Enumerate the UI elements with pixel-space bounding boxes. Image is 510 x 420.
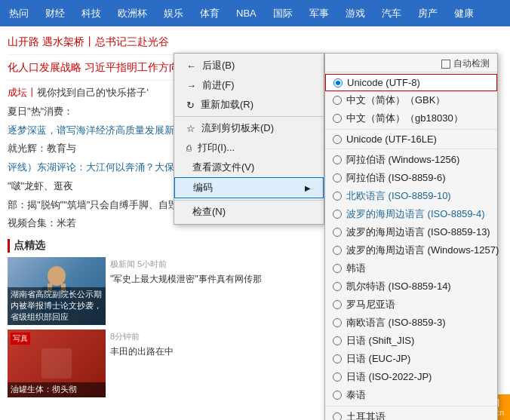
- nav-item-re[interactable]: 热问: [6, 5, 32, 22]
- headline-1[interactable]: 山开路 遇水架桥丨总书记三赴光谷: [8, 32, 502, 55]
- enc-celtic-label: 凯尔特语 (ISO-8859-14): [346, 280, 451, 293]
- radio-shift-jis: [333, 336, 342, 345]
- back-icon: ←: [186, 60, 196, 72]
- enc-turkish-label: 土耳其语: [346, 410, 386, 420]
- radio-baltic3: [333, 246, 342, 255]
- radio-romanian: [333, 300, 342, 309]
- ctx-forward-label: 前进(F): [202, 78, 235, 92]
- enc-south-euro-label: 南欧语言 (ISO-8859-3): [346, 316, 445, 330]
- radio-iso8859-6: [333, 173, 342, 182]
- ctx-source[interactable]: 查看源文件(V): [174, 158, 324, 177]
- auto-detect-bar: 自动检测: [325, 56, 497, 72]
- enc-nordic-label: 北欧语言 (ISO-8859-10): [346, 189, 451, 203]
- clip-icon: ☆: [186, 123, 195, 134]
- radio-utf8: [333, 78, 343, 87]
- ctx-print[interactable]: ⎙ 打印(I)...: [174, 138, 324, 158]
- enc-shift-jis-label: 日语 (Shift_JIS): [346, 334, 414, 348]
- enc-iso8859-6[interactable]: 阿拉伯语 (ISO-8859-6): [325, 169, 497, 187]
- enc-thai-label: 泰语: [346, 388, 366, 402]
- enc-romanian[interactable]: 罗马尼亚语: [325, 296, 497, 314]
- ctx-reload[interactable]: ↻ 重新加载(R): [174, 95, 324, 115]
- top-navigation: 热问 财经 科技 欧洲杯 娱乐 体育 NBA 国际 军事 游戏 汽车 房产 健康: [0, 0, 510, 26]
- ctx-reload-label: 重新加载(R): [201, 98, 253, 112]
- enc-thai[interactable]: 泰语: [325, 386, 497, 404]
- separator-1: [174, 116, 324, 117]
- auto-detect-label: 自动检测: [453, 57, 490, 70]
- ctx-source-label: 查看源文件(V): [192, 161, 254, 174]
- radio-gbk: [333, 96, 342, 105]
- radio-thai: [333, 391, 342, 400]
- radio-nordic: [333, 192, 342, 201]
- enc-korean-label: 韩语: [346, 262, 366, 275]
- radio-baltic1: [333, 210, 342, 219]
- enc-gbk-label: 中文（简体）（GBK）: [346, 94, 445, 107]
- image-label-1: 湖南省高院副院长公示期内被举报博士论文抄袭，省级组织部回应: [8, 287, 106, 325]
- nav-item-qiche[interactable]: 汽车: [379, 5, 404, 22]
- enc-gb18030[interactable]: 中文（简体）（gb18030）: [325, 109, 497, 127]
- arrow-right-icon: ▶: [305, 184, 311, 192]
- ctx-inspect[interactable]: 检查(N): [174, 202, 324, 222]
- print-icon: ⎙: [186, 143, 192, 152]
- enc-sep-2: [325, 149, 497, 149]
- nav-item-guoji[interactable]: 国际: [270, 5, 296, 22]
- enc-iso8859-6-label: 阿拉伯语 (ISO-8859-6): [346, 171, 445, 185]
- ctx-print-label: 打印(I)...: [198, 141, 235, 155]
- radio-iso2022-jp: [333, 372, 342, 382]
- enc-utf16le-label: Unicode (UTF-16LE): [346, 133, 437, 145]
- enc-sep-1: [325, 129, 497, 130]
- enc-baltic3[interactable]: 波罗的海周边语言 (Windows-1257): [325, 241, 497, 259]
- separator-2: [174, 200, 324, 201]
- enc-shift-jis[interactable]: 日语 (Shift_JIS): [325, 332, 497, 350]
- image-card-2[interactable]: 写真 油罐生体：彻头彻: [8, 330, 106, 397]
- forward-icon: →: [186, 80, 196, 91]
- enc-baltic1-label: 波罗的海周边语言 (ISO-8859-4): [346, 207, 484, 221]
- enc-utf16le[interactable]: Unicode (UTF-16LE): [325, 131, 497, 147]
- enc-turkish[interactable]: 土耳其语: [325, 408, 497, 420]
- enc-utf8[interactable]: Unicode (UTF-8): [325, 74, 497, 91]
- enc-baltic3-label: 波罗的海周边语言 (Windows-1257): [346, 244, 499, 257]
- enc-korean[interactable]: 韩语: [325, 259, 497, 277]
- nav-item-keji[interactable]: 科技: [78, 5, 104, 22]
- radio-win1256: [333, 155, 342, 164]
- ctx-clip[interactable]: ☆ 流到剪切板来(D): [174, 118, 324, 138]
- radio-gb18030: [333, 114, 342, 123]
- enc-euc-jp[interactable]: 日语 (EUC-JP): [325, 350, 497, 368]
- enc-gb18030-label: 中文（简体）（gb18030）: [346, 112, 463, 125]
- nav-item-caijing[interactable]: 财经: [42, 5, 68, 22]
- auto-detect-checkbox[interactable]: [441, 60, 450, 69]
- enc-iso2022-jp[interactable]: 日语 (ISO-2022-JP): [325, 368, 497, 386]
- ctx-forward[interactable]: → 前进(F): [174, 75, 324, 95]
- nav-item-fangchan[interactable]: 房产: [415, 5, 441, 22]
- enc-gbk[interactable]: 中文（简体）（GBK）: [325, 91, 497, 109]
- nav-item-yule[interactable]: 娱乐: [161, 5, 186, 22]
- nav-item-jiankang[interactable]: 健康: [451, 5, 477, 22]
- enc-windows1256[interactable]: 阿拉伯语 (Windows-1256): [325, 151, 497, 169]
- image-card-1[interactable]: 湖南省高院副院长公示期内被举报博士论文抄袭，省级组织部回应: [8, 257, 106, 325]
- context-menu: ← 后退(B) → 前进(F) ↻ 重新加载(R) ☆ 流到剪切板来(D) ⎙ …: [174, 53, 324, 225]
- enc-baltic1[interactable]: 波罗的海周边语言 (ISO-8859-4): [325, 205, 497, 223]
- enc-baltic2-label: 波罗的海周边语言 (ISO-8859-13): [346, 225, 490, 239]
- radio-south-euro: [333, 318, 342, 327]
- enc-celtic[interactable]: 凯尔特语 (ISO-8859-14): [325, 277, 497, 296]
- enc-nordic[interactable]: 北欧语言 (ISO-8859-10): [325, 187, 497, 205]
- radio-utf16le: [333, 135, 342, 144]
- ctx-inspect-label: 检查(N): [192, 205, 226, 219]
- enc-baltic2[interactable]: 波罗的海周边语言 (ISO-8859-13): [325, 223, 497, 241]
- svg-rect-4: [41, 348, 72, 379]
- image-label-2: 油罐生体：彻头彻: [8, 382, 106, 397]
- nav-item-tiyu[interactable]: 体育: [197, 5, 223, 22]
- enc-iso2022-jp-label: 日语 (ISO-2022-JP): [346, 370, 432, 384]
- radio-baltic2: [333, 228, 342, 237]
- nav-item-nba[interactable]: NBA: [233, 6, 260, 20]
- enc-win1256-label: 阿拉伯语 (Windows-1256): [346, 153, 459, 167]
- nav-item-youxi[interactable]: 游戏: [343, 5, 368, 22]
- nav-item-euro[interactable]: 欧洲杯: [115, 5, 150, 22]
- ctx-back[interactable]: ← 后退(B): [174, 56, 324, 75]
- enc-south-euro[interactable]: 南欧语言 (ISO-8859-3): [325, 314, 497, 332]
- ctx-encoding[interactable]: 编码 ▶: [174, 177, 324, 198]
- reload-icon: ↻: [186, 100, 195, 111]
- enc-sep-3: [325, 406, 497, 406]
- enc-utf8-label: Unicode (UTF-8): [347, 77, 420, 88]
- nav-item-junshi[interactable]: 军事: [306, 5, 332, 22]
- content-area: 山开路 遇水架桥丨总书记三赴光谷 化人口发展战略 习近平指明工作方向丨聚焦全面深…: [0, 26, 510, 420]
